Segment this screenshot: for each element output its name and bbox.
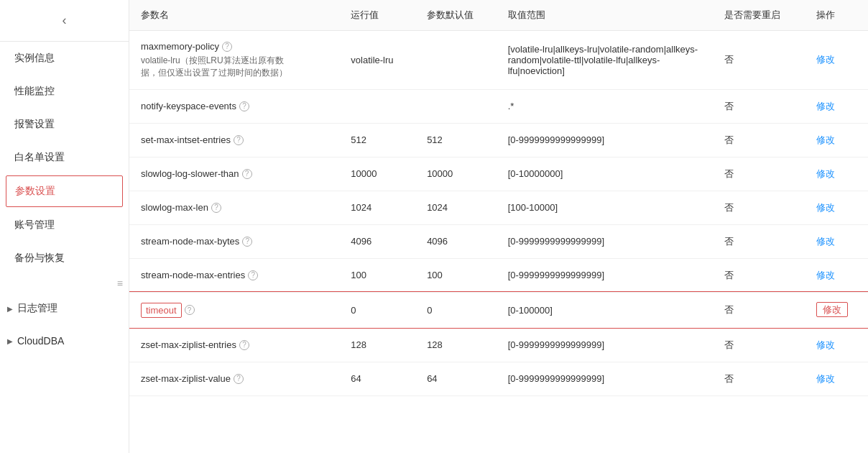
help-icon[interactable]: ? [222,42,232,52]
default-value-cell: 512 [415,123,497,157]
back-arrow-icon: ‹ [63,13,67,28]
sidebar-item-backup-restore[interactable]: 备份与恢复 [0,242,129,275]
action-cell: 修改 [805,191,868,224]
sidebar-item-label: 备份与恢复 [14,252,65,265]
sidebar-item-label: 参数设置 [15,185,55,198]
help-icon[interactable]: ? [239,340,249,350]
edit-link[interactable]: 修改 [816,168,835,179]
edit-link[interactable]: 修改 [816,202,835,213]
restart-cell: 否 [713,362,805,395]
restart-cell: 否 [713,258,805,292]
param-name-cell: timeout? [141,303,328,318]
default-value-cell: 10000 [415,157,497,191]
default-value-cell [415,31,497,90]
sidebar-item-log-manage[interactable]: ▶日志管理 [0,292,129,325]
col-running-value: 运行值 [339,0,415,31]
restart-cell: 否 [713,123,805,157]
back-button[interactable]: ‹ [0,0,129,42]
sidebar-item-perf-monitor[interactable]: 性能监控 [0,75,129,108]
default-value-cell: 64 [415,362,497,395]
param-name-cell: stream-node-max-entries? [141,270,328,280]
default-value-cell: 128 [415,328,497,362]
sidebar: ‹ 实例信息性能监控报警设置白名单设置参数设置账号管理备份与恢复≡▶日志管理▶C… [0,0,129,453]
restart-cell: 否 [713,89,805,123]
help-icon[interactable]: ? [248,270,258,280]
param-name-cell: zset-max-ziplist-value? [141,373,328,384]
action-cell: 修改 [805,362,868,395]
main-content: 参数名 运行值 参数默认值 取值范围 是否需要重启 操作 maxmemory-p… [129,0,868,453]
restart-cell: 否 [713,292,805,328]
params-table: 参数名 运行值 参数默认值 取值范围 是否需要重启 操作 maxmemory-p… [129,0,868,396]
param-name-cell: slowlog-max-len? [141,202,328,213]
restart-cell: 否 [713,157,805,191]
edit-link[interactable]: 修改 [816,101,835,111]
table-row: zset-max-ziplist-entries?128128[0-999999… [129,328,868,362]
sidebar-item-param-settings[interactable]: 参数设置 [6,175,123,207]
action-cell: 修改 [805,224,868,258]
sidebar-divider: ≡ [0,275,129,292]
help-icon[interactable]: ? [239,101,249,111]
default-value-cell: 1024 [415,191,497,224]
col-restart: 是否需要重启 [713,0,805,31]
edit-link[interactable]: 修改 [816,134,835,145]
action-cell: 修改 [805,123,868,157]
help-icon[interactable]: ? [234,374,244,384]
menu-icon[interactable]: ≡ [117,278,123,289]
sidebar-item-whitelist[interactable]: 白名单设置 [0,141,129,174]
running-value-cell: 0 [339,292,415,328]
range-cell: [100-10000] [497,191,714,224]
running-value-cell: 4096 [339,224,415,258]
sidebar-item-instance-info[interactable]: 实例信息 [0,42,129,75]
action-cell: 修改 [805,157,868,191]
param-name-cell: slowlog-log-slower-than? [141,168,328,179]
help-icon[interactable]: ? [242,237,252,247]
edit-link[interactable]: 修改 [816,339,835,350]
sidebar-item-label: 实例信息 [14,52,55,65]
param-name-cell: stream-node-max-bytes? [141,236,328,247]
sidebar-item-label: 日志管理 [17,302,57,315]
default-value-cell: 4096 [415,224,497,258]
table-row: stream-node-max-bytes?40964096[0-9999999… [129,224,868,258]
col-default-value: 参数默认值 [415,0,497,31]
param-name-text: zset-max-ziplist-value [141,373,231,384]
edit-link[interactable]: 修改 [816,54,835,65]
param-name-text: slowlog-log-slower-than [141,168,239,179]
param-name-text: timeout [141,303,182,318]
expand-icon: ▶ [7,305,13,313]
param-name-text: slowlog-max-len [141,202,208,213]
running-value-cell [339,89,415,123]
table-header-row: 参数名 运行值 参数默认值 取值范围 是否需要重启 操作 [129,0,868,31]
range-cell: [0-100000] [497,292,714,328]
restart-cell: 否 [713,328,805,362]
edit-link[interactable]: 修改 [816,373,835,384]
default-value-cell [415,89,497,123]
range-cell: [volatile-lru|allkeys-lru|volatile-rando… [497,31,714,90]
running-value-cell: 64 [339,362,415,395]
sidebar-item-alarm-settings[interactable]: 报警设置 [0,108,129,141]
edit-link[interactable]: 修改 [816,270,835,280]
help-icon[interactable]: ? [234,135,244,145]
range-cell: [0-9999999999999999] [497,258,714,292]
sidebar-item-cloud-dba[interactable]: ▶CloudDBA [0,325,129,357]
restart-cell: 否 [713,224,805,258]
sidebar-item-label: CloudDBA [17,335,64,347]
param-name-cell: set-max-intset-entries? [141,134,328,145]
edit-link[interactable]: 修改 [816,236,835,247]
table-row: notify-keyspace-events?.*否修改 [129,89,868,123]
sidebar-item-label: 账号管理 [14,219,55,232]
help-icon[interactable]: ? [242,169,252,179]
sidebar-item-label: 白名单设置 [14,151,65,164]
param-name-cell: notify-keyspace-events? [141,101,328,111]
param-desc: volatile-lru（按照LRU算法逐出原有数据，但仅逐出设置了过期时间的数… [141,55,299,79]
action-cell: 修改 [805,292,868,328]
help-icon[interactable]: ? [211,203,221,213]
col-action: 操作 [805,0,868,31]
range-cell: [0-9999999999999999] [497,123,714,157]
col-param-name: 参数名 [129,0,339,31]
sidebar-item-account-manage[interactable]: 账号管理 [0,209,129,242]
edit-link[interactable]: 修改 [816,302,848,317]
table-row: maxmemory-policy?volatile-lru（按照LRU算法逐出原… [129,31,868,90]
help-icon[interactable]: ? [185,305,195,315]
range-cell: [0-9999999999999999] [497,224,714,258]
col-range: 取值范围 [497,0,714,31]
